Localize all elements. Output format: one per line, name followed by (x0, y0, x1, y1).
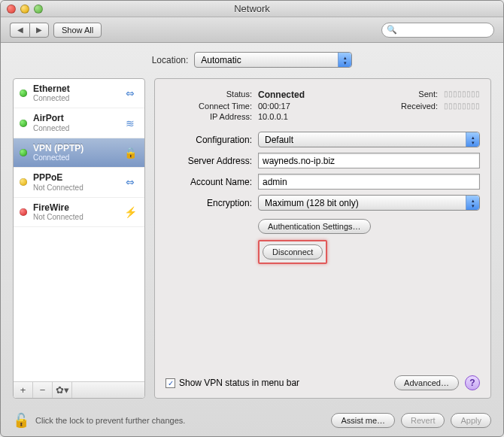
chevron-updown-icon (338, 53, 351, 67)
status-dot-icon (20, 120, 27, 127)
disconnect-button[interactable]: Disconnect (263, 244, 323, 259)
panel-footer: ✓ Show VPN status in menu bar Advanced… … (165, 369, 480, 390)
connect-time-label: Connect Time: (165, 102, 252, 111)
show-all-button[interactable]: Show All (53, 23, 102, 38)
status-value: Connected (258, 90, 305, 100)
pppoe-icon: ⇔ (122, 175, 138, 189)
status-dot-icon (20, 149, 27, 156)
received-bars: ▯▯▯▯▯▯▯▯ (444, 102, 480, 111)
location-label: Location: (152, 55, 189, 65)
status-label: Status: (165, 90, 252, 100)
search-icon: 🔍 (387, 25, 397, 35)
location-select[interactable]: Automatic (194, 52, 352, 68)
configuration-row: Configuration: Default (165, 132, 480, 147)
location-value: Automatic (201, 55, 241, 65)
interface-name: VPN (PPTP) (33, 143, 116, 153)
show-vpn-status-label: Show VPN status in menu bar (179, 378, 299, 388)
interface-name: AirPort (33, 113, 116, 123)
lock-icon[interactable]: 🔓 (13, 412, 29, 429)
received-label: Received: (401, 102, 438, 111)
connect-time-value: 00:00:17 (258, 102, 305, 111)
interfaces-sidebar: Ethernet Connected ⇔ AirPort Connected ≋ (13, 78, 145, 399)
action-menu-button[interactable]: ✿▾ (53, 382, 72, 398)
server-address-row: Server Address: (165, 153, 480, 168)
server-address-label: Server Address: (165, 156, 252, 166)
firewire-icon: ⚡ (122, 205, 138, 219)
back-button[interactable]: ◀ (10, 23, 29, 38)
status-dot-icon (20, 90, 27, 97)
sidebar-item-text: PPPoE Not Connected (33, 172, 116, 192)
checkbox-icon: ✓ (165, 378, 175, 388)
status-dot-icon (20, 208, 27, 216)
account-name-label: Account Name: (165, 177, 252, 187)
interface-status: Not Connected (33, 184, 116, 193)
network-prefs-window: Network ◀ ▶ Show All 🔍 Location: Automat… (0, 0, 504, 437)
sidebar-item-text: FireWire Not Connected (33, 202, 116, 222)
assist-me-button[interactable]: Assist me… (331, 413, 395, 428)
encryption-value: Maximum (128 bit only) (265, 198, 359, 208)
server-address-input[interactable] (258, 153, 480, 168)
interface-status: Connected (33, 124, 116, 133)
toolbar: ◀ ▶ Show All 🔍 (1, 17, 503, 43)
sidebar-footer: + − ✿▾ (14, 381, 144, 398)
revert-button[interactable]: Revert (401, 413, 445, 428)
sent-label: Sent: (401, 90, 438, 100)
sidebar-item-text: AirPort Connected (33, 113, 116, 132)
help-button[interactable]: ? (465, 375, 480, 390)
advanced-button[interactable]: Advanced… (394, 375, 459, 390)
zoom-window-button[interactable] (34, 5, 43, 14)
titlebar: Network (1, 1, 503, 17)
sidebar-item-pppoe[interactable]: PPPoE Not Connected ⇔ (14, 168, 144, 197)
search-field[interactable]: 🔍 (381, 23, 494, 38)
bottom-bar: 🔓 Click the lock to prevent further chan… (1, 406, 503, 436)
sidebar-item-text: VPN (PPTP) Connected (33, 143, 116, 162)
ip-value: 10.0.0.1 (258, 112, 305, 121)
interface-status: Not Connected (33, 213, 116, 222)
traffic-lights (1, 5, 43, 14)
remove-interface-button[interactable]: − (33, 382, 53, 398)
add-interface-button[interactable]: + (14, 382, 33, 398)
sidebar-item-firewire[interactable]: FireWire Not Connected ⚡ (14, 198, 144, 227)
search-input[interactable] (400, 26, 489, 35)
window-title: Network (1, 3, 503, 14)
sent-bars: ▯▯▯▯▯▯▯▯ (444, 90, 480, 100)
close-window-button[interactable] (7, 5, 16, 14)
columns: Ethernet Connected ⇔ AirPort Connected ≋ (13, 78, 491, 399)
account-name-input[interactable] (258, 174, 480, 190)
status-dot-icon (20, 178, 27, 186)
ip-label: IP Address: (165, 112, 252, 121)
interface-status: Connected (33, 94, 116, 103)
show-vpn-status-checkbox[interactable]: ✓ Show VPN status in menu bar (165, 378, 299, 388)
configuration-label: Configuration: (165, 135, 252, 145)
interface-name: FireWire (33, 202, 116, 213)
interfaces-list: Ethernet Connected ⇔ AirPort Connected ≋ (14, 79, 144, 381)
main-panel: Status: Connected Sent: ▯▯▯▯▯▯▯▯ Connect… (154, 78, 491, 399)
minimize-window-button[interactable] (20, 5, 29, 14)
configuration-select[interactable]: Default (258, 132, 480, 147)
configuration-value: Default (265, 135, 293, 145)
apply-button[interactable]: Apply (451, 413, 491, 428)
nav-buttons: ◀ ▶ (10, 23, 49, 38)
chevron-updown-icon (466, 196, 479, 210)
wifi-icon: ≋ (122, 117, 138, 130)
interface-status: Connected (33, 153, 116, 162)
interface-name: PPPoE (33, 172, 116, 183)
disconnect-highlight: Disconnect (258, 240, 327, 264)
encryption-label: Encryption: (165, 198, 252, 208)
forward-button[interactable]: ▶ (29, 23, 49, 38)
interface-name: Ethernet (33, 83, 116, 94)
status-block: Status: Connected Sent: ▯▯▯▯▯▯▯▯ Connect… (165, 90, 480, 121)
action-buttons: Authentication Settings… Disconnect (258, 219, 480, 264)
location-row: Location: Automatic (13, 52, 491, 68)
chevron-updown-icon (466, 132, 479, 147)
sidebar-item-vpn[interactable]: VPN (PPTP) Connected 🔒 (14, 138, 144, 168)
content: Location: Automatic Ethernet Connected ⇔ (1, 43, 503, 406)
sidebar-item-airport[interactable]: AirPort Connected ≋ (14, 108, 144, 138)
encryption-row: Encryption: Maximum (128 bit only) (165, 195, 480, 211)
encryption-select[interactable]: Maximum (128 bit only) (258, 195, 480, 211)
sidebar-item-text: Ethernet Connected (33, 83, 116, 103)
sidebar-item-ethernet[interactable]: Ethernet Connected ⇔ (14, 79, 144, 108)
lock-text: Click the lock to prevent further change… (35, 416, 185, 425)
ethernet-icon: ⇔ (122, 86, 138, 100)
auth-settings-button[interactable]: Authentication Settings… (258, 219, 371, 234)
